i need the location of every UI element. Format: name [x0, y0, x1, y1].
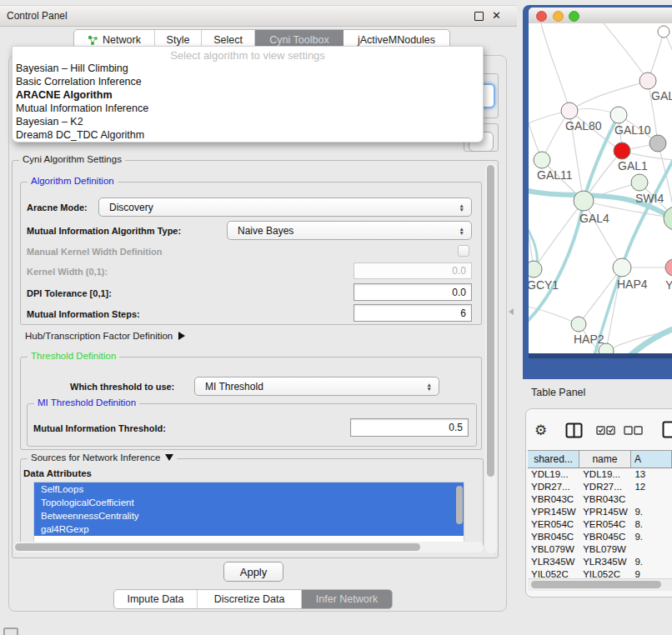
export-table-icon[interactable]	[662, 421, 672, 438]
network-node-GAL10[interactable]	[610, 107, 627, 123]
threshold-definition-title: Threshold Definition	[28, 351, 119, 361]
network-edge-thick	[627, 325, 672, 353]
network-node-GAL11[interactable]	[534, 152, 550, 168]
table-row[interactable]: YLR345WYLR345W9.	[528, 556, 672, 568]
network-node-GAL1[interactable]	[614, 142, 630, 159]
network-node-pink-node[interactable]	[665, 259, 672, 276]
float-window-icon[interactable]	[474, 12, 484, 21]
network-node-gray-node[interactable]	[649, 135, 666, 152]
dropdown-item[interactable]: Basic Correlation Inference	[13, 75, 483, 88]
panel-title: Control Panel	[7, 10, 68, 22]
mi-threshold-label: Mutual Information Threshold:	[33, 423, 166, 433]
table-row[interactable]: YBR043CYBR043C	[528, 493, 672, 506]
kernel-width-value: 0.0	[452, 265, 466, 277]
mi-steps-field[interactable]: 6	[354, 304, 472, 322]
hub-definition-expander[interactable]: Hub/Transcription Factor Definition	[25, 331, 185, 341]
network-node-label: GAL10	[614, 123, 651, 137]
data-attribute-item[interactable]: gal4RGexp	[34, 522, 464, 536]
bottom-tabbar: Impute Data Discretize Data Infer Networ…	[113, 589, 393, 609]
network-icon	[88, 35, 98, 46]
aracne-mode-combobox[interactable]: Discovery ▲▼	[98, 198, 472, 217]
stepper-icon: ▲▼	[459, 203, 464, 212]
mi-threshold-definition-title: MI Threshold Definition	[34, 398, 139, 408]
settings-group-title: Cyni Algorithm Settings	[19, 154, 125, 164]
network-node-GAL7[interactable]	[639, 72, 656, 89]
mi-algorithm-type-combobox[interactable]: Naive Bayes ▲▼	[227, 221, 472, 240]
data-attribute-item[interactable]: TopologicalCoefficient	[34, 496, 464, 509]
control-panel-titlebar: Control Panel ✕	[0, 5, 517, 27]
close-icon[interactable]: ✕	[492, 10, 501, 21]
network-node-HAP2[interactable]	[571, 317, 586, 332]
settings-horizontal-scrollbar[interactable]	[13, 542, 484, 552]
split-table-icon[interactable]	[565, 422, 583, 438]
network-node-big-green[interactable]	[664, 207, 672, 230]
tab-discretize-data[interactable]: Discretize Data	[198, 590, 302, 608]
mi-steps-value: 6	[460, 308, 466, 319]
table-settings-gear-icon[interactable]: ⚙	[534, 423, 547, 438]
network-node-GAL80[interactable]	[561, 102, 578, 119]
which-threshold-combobox[interactable]: MI Threshold ▲▼	[194, 377, 439, 396]
mi-threshold-value: 0.5	[449, 422, 463, 433]
mi-threshold-field[interactable]: 0.5	[350, 418, 469, 437]
table-row[interactable]: YDL19...YDL19...13	[528, 468, 672, 481]
table-cell: YLR345W	[528, 556, 579, 568]
table-horizontal-scrollbar[interactable]	[528, 578, 672, 591]
dropdown-item[interactable]: Bayesian – K2	[13, 115, 483, 128]
aracne-mode-label: Aracne Mode:	[27, 202, 88, 212]
table-row[interactable]: YPR145WYPR145W9.	[528, 506, 672, 518]
panel-splitter-handle[interactable]	[509, 308, 514, 315]
dropdown-item[interactable]: Bayesian – Hill Climbing	[13, 62, 483, 75]
tab-network-label: Network	[103, 34, 141, 46]
manual-kernel-checkbox[interactable]	[458, 245, 469, 257]
kernel-width-field: 0.0	[354, 262, 472, 279]
tab-infer-network[interactable]: Infer Network	[302, 590, 392, 608]
data-attributes-list[interactable]: SelfLoopsTopologicalCoefficientBetweenne…	[33, 482, 464, 547]
dropdown-item[interactable]: Mutual Information Inference	[13, 102, 483, 115]
minimized-panel-icon[interactable]	[3, 628, 18, 635]
network-canvas[interactable]: GAL7GAL80GAL10GAL1GAL11SWI4GAL4GCY1HAP4Y…	[529, 23, 672, 353]
mi-algorithm-type-label: Mutual Information Algorithm Type:	[27, 226, 181, 236]
table-cell: YBR043C	[579, 493, 631, 506]
table-column-header[interactable]: name	[579, 451, 631, 468]
network-node-GAL4[interactable]	[574, 191, 594, 211]
tab-cyni-toolbox-label: Cyni Toolbox	[269, 34, 328, 46]
network-window-titlebar[interactable]	[529, 8, 672, 25]
tab-select-label: Select	[213, 34, 243, 46]
data-attribute-item[interactable]: SelfLoops	[34, 482, 464, 496]
apply-button-label: Apply	[240, 566, 268, 578]
table-row[interactable]: YBR045CYBR045C9.	[528, 531, 672, 543]
dropdown-item[interactable]: Dream8 DC_TDC Algorithm	[13, 128, 483, 142]
sources-title-row[interactable]: Sources for Network Inference	[28, 452, 177, 462]
node-table: shared...nameA YDL19...YDL19...13YDR27..…	[528, 450, 672, 581]
table-column-header[interactable]: A	[631, 451, 672, 468]
attributes-scrollbar-thumb[interactable]	[456, 486, 463, 524]
window-minimize-icon[interactable]	[553, 11, 564, 22]
algorithm-dropdown-popup: Select algorithm to view settings Bayesi…	[12, 46, 484, 142]
window-zoom-icon[interactable]	[569, 11, 579, 22]
select-all-columns-icon[interactable]	[596, 426, 616, 435]
dropdown-item[interactable]: ARACNE Algorithm	[13, 88, 483, 102]
window-close-icon[interactable]	[536, 11, 547, 22]
dpi-tolerance-field[interactable]: 0.0	[354, 283, 472, 301]
network-node-HAP4[interactable]	[613, 258, 631, 277]
table-cell: YDR27...	[528, 481, 579, 493]
table-row[interactable]: YER054CYER054C8.	[528, 518, 672, 531]
network-node-GCY1[interactable]	[529, 261, 542, 278]
dpi-tolerance-value: 0.0	[452, 287, 466, 298]
apply-button[interactable]: Apply	[223, 562, 283, 582]
network-edge	[569, 81, 648, 111]
network-node-SWI4[interactable]	[631, 174, 648, 191]
table-cell: 8.	[631, 518, 672, 531]
table-cell	[631, 543, 672, 556]
data-attribute-item[interactable]: BetweennessCentrality	[34, 509, 464, 522]
tab-impute-data[interactable]: Impute Data	[114, 590, 198, 608]
settings-vertical-scrollbar[interactable]	[485, 163, 497, 553]
table-column-header[interactable]: shared...	[528, 451, 579, 468]
network-node-label: GAL4	[579, 212, 609, 225]
network-node-partial-top[interactable]	[658, 26, 669, 38]
table-row[interactable]: YBL079WYBL079W	[528, 543, 672, 556]
table-row[interactable]: YDR27...YDR27...12	[528, 481, 672, 493]
network-node-label: GAL11	[537, 168, 573, 182]
which-threshold-label: Which threshold to use:	[70, 382, 174, 392]
deselect-all-columns-icon[interactable]	[624, 426, 644, 435]
